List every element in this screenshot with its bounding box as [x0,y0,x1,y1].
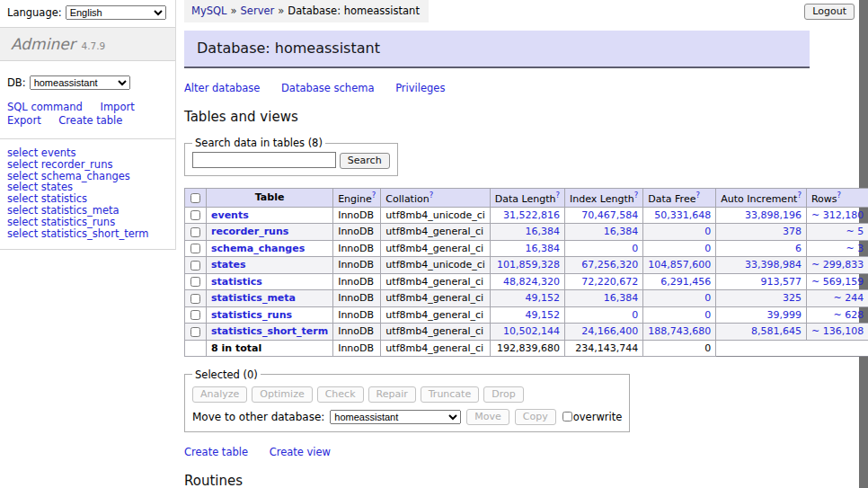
row-checkbox[interactable] [190,244,200,253]
column-header-index-length: Index Length? [565,189,643,208]
table-name-link[interactable]: statistics_meta [211,292,296,304]
cell-index_length[interactable]: 16,384 [565,224,643,241]
cell-auto_increment[interactable]: 33,898,196 [716,207,807,224]
breadcrumb-server-link[interactable]: Server [241,4,275,17]
row-checkbox[interactable] [190,294,200,304]
cell-rows[interactable]: ~ 5 [806,224,868,241]
cell-index_length[interactable]: 70,467,584 [565,207,643,224]
sidebar-table-link[interactable]: select recorder_runs [7,159,168,171]
help-link[interactable]: ? [797,191,802,200]
cell-rows[interactable]: ~ 244 [806,290,868,307]
help-link[interactable]: ? [837,191,842,200]
cell-index_length[interactable]: 72,220,672 [565,273,643,290]
table-name-link[interactable]: events [211,209,249,221]
cell-auto_increment[interactable]: 39,999 [716,306,807,324]
db-select[interactable]: homeassistant [30,75,130,90]
row-checkbox[interactable] [190,310,200,320]
cell-rows[interactable]: ~ 3 [806,240,868,257]
cell-data_length[interactable]: 10,502,144 [490,324,564,341]
cell-auto_increment[interactable]: 325 [716,290,807,307]
privileges-link[interactable]: Privileges [395,82,445,94]
move-database-select[interactable]: homeassistant [330,410,461,424]
row-checkbox[interactable] [190,227,200,237]
sidebar-table-link[interactable]: select statistics_meta [7,205,168,217]
overwrite-checkbox[interactable] [562,412,572,421]
cell-data_length[interactable]: 49,152 [490,306,564,324]
cell-data_length[interactable]: 101,859,328 [490,257,564,274]
search-button[interactable]: Search [340,153,390,169]
cell-data_free[interactable]: 0 [643,306,716,324]
export-link[interactable]: Export [7,114,41,127]
adminer-logo[interactable]: Adminer [11,35,75,53]
database-schema-link[interactable]: Database schema [281,82,374,94]
optimize-button: Optimize [252,386,312,403]
search-input[interactable] [192,152,336,168]
cell-data_length[interactable]: 16,384 [490,240,564,257]
cell-index_length[interactable]: 16,384 [565,290,643,307]
sidebar-table-link[interactable]: select events [7,147,168,159]
help-link[interactable]: ? [695,191,700,200]
column-header-engine: Engine? [333,189,381,208]
cell-data_free[interactable]: 0 [643,240,716,257]
cell-auto_increment[interactable]: 6 [716,240,807,257]
copy-button: Copy [515,409,556,425]
cell-data_free[interactable]: 50,331,648 [643,207,716,224]
table-name-link[interactable]: statistics_runs [211,309,292,321]
cell-auto_increment[interactable]: 8,581,645 [716,324,807,341]
cell-rows[interactable]: ~ 136,108 [806,324,868,341]
create-table-link[interactable]: Create table [58,114,122,127]
adminer-brand: Adminer 4.7.9 [0,27,175,61]
table-name-link[interactable]: states [211,259,246,271]
sidebar-table-link[interactable]: select statistics_short_term [7,228,168,240]
cell-data_length[interactable]: 48,824,320 [490,273,564,290]
sidebar-table-link[interactable]: select statistics_runs [7,217,168,228]
table-header-row: Table Engine? Collation? Data Length? In… [185,189,868,208]
main-content: MySQL»Server»Database: homeassistant Dat… [184,0,813,488]
cell-auto_increment[interactable]: 913,577 [716,273,807,290]
drop-button: Drop [483,386,523,403]
select-all-checkbox[interactable] [190,193,200,203]
cell-rows[interactable]: ~ 628 [806,306,868,324]
cell-index_length[interactable]: 24,166,400 [565,324,643,341]
search-legend: Search data in tables (8) [192,137,325,149]
table-name-link[interactable]: recorder_runs [211,226,288,237]
cell-data_free[interactable]: 6,291,456 [643,273,716,290]
help-link[interactable]: ? [430,191,434,200]
help-link[interactable]: ? [556,191,561,200]
cell-rows[interactable]: ~ 569,159 [806,273,868,290]
table-name-link[interactable]: statistics_short_term [211,325,328,337]
cell-data_free[interactable]: 0 [643,224,716,241]
language-select[interactable]: English [66,5,166,20]
cell-data_free[interactable]: 188,743,680 [643,324,716,341]
alter-database-link[interactable]: Alter database [184,82,260,94]
table-name-link[interactable]: schema_changes [211,243,305,254]
table-name-link[interactable]: statistics [211,276,262,288]
help-link[interactable]: ? [372,191,376,200]
cell-data_length[interactable]: 31,522,816 [490,207,564,224]
cell-auto_increment[interactable]: 33,398,984 [716,257,807,274]
row-checkbox[interactable] [190,210,200,220]
cell-rows[interactable]: ~ 312,180 [806,207,868,224]
sql-command-link[interactable]: SQL command [7,101,83,113]
breadcrumb-mysql-link[interactable]: MySQL [191,4,227,17]
cell-data_length[interactable]: 49,152 [490,290,564,307]
cell-data_length[interactable]: 16,384 [490,224,564,241]
cell-data_free[interactable]: 104,857,600 [643,257,716,274]
cell-engine: InnoDB [333,324,381,341]
cell-index_length[interactable]: 0 [565,240,643,257]
row-checkbox[interactable] [190,327,200,337]
row-checkbox[interactable] [190,261,200,271]
row-checkbox[interactable] [190,277,200,287]
cell-index_length[interactable]: 67,256,320 [565,257,643,274]
import-link[interactable]: Import [100,101,134,113]
cell-rows[interactable]: ~ 299,833 [806,257,868,274]
table-row: statesInnoDButf8mb4_unicode_ci101,859,32… [185,257,868,274]
cell-data_free[interactable]: 0 [643,290,716,307]
create-table-link[interactable]: Create table [184,446,248,458]
cell-collation: utf8mb4_general_ci [381,240,490,257]
cell-auto_increment[interactable]: 378 [716,224,807,241]
create-view-link[interactable]: Create view [270,446,331,458]
column-header-rows: Rows? [806,189,868,208]
help-link[interactable]: ? [634,191,639,200]
cell-index_length[interactable]: 0 [565,306,643,324]
